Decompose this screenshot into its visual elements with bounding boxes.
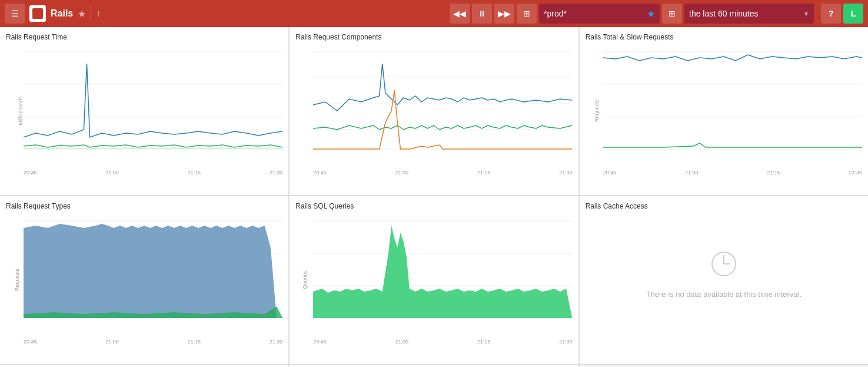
chart-svg-types: 400 200 0 — [24, 215, 282, 330]
help-button[interactable]: ? — [821, 4, 841, 24]
panel-total-slow: Rails Total & Slow Requests Requests 400… — [580, 27, 868, 195]
no-data-message: There is no data available at this time … — [646, 290, 802, 299]
panel-cache-title: Rails Cache Access — [586, 202, 862, 210]
svg-marker-30 — [24, 224, 282, 318]
pause-icon: ⏸ — [478, 9, 486, 18]
panel-sql-queries: Rails SQL Queries Queries 100 50 0 20:45… — [290, 196, 578, 364]
user-initial: L — [851, 9, 856, 18]
search-container: ★ — [539, 4, 660, 24]
chart-sql: Queries 100 50 0 20:45 21:00 21:15 21:30 — [295, 215, 572, 345]
panel-request-types-title: Rails Request Types — [6, 202, 282, 210]
divider — [91, 6, 91, 21]
chart-svg-sql: 100 50 0 — [313, 215, 572, 330]
time-container: ▼ — [684, 4, 814, 24]
pause-button[interactable]: ⏸ — [472, 4, 492, 24]
x-axis-sql: 20:45 21:00 21:15 21:30 — [313, 339, 572, 345]
grid-button[interactable]: ⊞ — [517, 4, 537, 24]
panel-request-time: Rails Request Time Milliseconds 50 25 0 — [0, 27, 288, 195]
calendar-icon: ⊞ — [669, 9, 676, 18]
navbar: ☰ Rails ★ ↑ ◀◀ ⏸ ▶▶ ⊞ ★ ⊞ ▼ — [0, 0, 868, 27]
chart-request-components: 7.5 5 2.5 0 20:45 21:00 21:15 21:30 — [295, 46, 572, 176]
chart-svg-components: 7.5 5 2.5 0 — [313, 46, 572, 161]
x-axis-components: 20:45 21:00 21:15 21:30 — [313, 170, 572, 176]
y-axis-label-sql: Queries — [302, 270, 308, 289]
panel-request-components-title: Rails Request Components — [295, 33, 572, 41]
share-icon[interactable]: ↑ — [96, 8, 101, 19]
chart-svg-total: 400 200 0 — [603, 46, 862, 161]
navbar-right: ? L — [821, 4, 863, 24]
forward-button[interactable]: ▶▶ — [494, 4, 514, 24]
menu-icon: ☰ — [11, 9, 19, 18]
panel-sql-title: Rails SQL Queries — [295, 202, 572, 210]
y-axis-label-request-time: Milliseconds — [18, 96, 24, 125]
x-axis-request-time: 20:45 21:00 21:15 21:30 — [24, 170, 282, 176]
chart-request-types: Requests 400 200 0 20:45 21:00 21:15 21:… — [6, 215, 282, 345]
app-logo — [29, 5, 46, 22]
search-input[interactable] — [544, 9, 647, 18]
panel-request-components: Rails Request Components 7.5 5 2.5 0 — [290, 27, 578, 195]
navbar-left: ☰ Rails ★ ↑ — [5, 4, 101, 24]
svg-marker-39 — [313, 226, 572, 318]
no-data-container: There is no data available at this time … — [586, 215, 862, 333]
dashboard: Rails Request Time Milliseconds 50 25 0 — [0, 27, 868, 367]
favorite-star-icon[interactable]: ★ — [78, 8, 86, 19]
rewind-icon: ◀◀ — [453, 9, 466, 18]
panel-request-time-title: Rails Request Time — [6, 33, 282, 41]
panel-total-slow-title: Rails Total & Slow Requests — [586, 33, 862, 41]
panel-cache-access: Rails Cache Access There is no data avai… — [580, 196, 868, 364]
x-axis-types: 20:45 21:00 21:15 21:30 — [24, 339, 282, 345]
calendar-button[interactable]: ⊞ — [662, 4, 682, 24]
rewind-button[interactable]: ◀◀ — [450, 4, 470, 24]
app-title: Rails — [51, 8, 73, 19]
chart-request-time: Milliseconds 50 25 0 20:45 21:0 — [6, 46, 282, 176]
x-axis-total: 20:45 21:00 21:15 21:30 — [603, 170, 862, 176]
chart-total-slow: Requests 400 200 0 20:45 21:00 21:15 21:… — [586, 46, 862, 176]
chart-svg-request-time: 50 25 0 — [24, 46, 282, 161]
no-data-clock-icon — [709, 249, 739, 284]
user-button[interactable]: L — [843, 4, 863, 24]
navbar-center: ◀◀ ⏸ ▶▶ ⊞ ★ ⊞ ▼ — [450, 4, 814, 24]
panel-request-types: Rails Request Types Requests 400 200 0 2… — [0, 196, 288, 364]
y-axis-label-types: Requests — [14, 269, 20, 291]
grid-icon: ⊞ — [523, 9, 530, 18]
help-icon: ? — [829, 9, 834, 18]
forward-icon: ▶▶ — [498, 9, 511, 18]
time-dropdown-icon: ▼ — [803, 11, 809, 17]
search-star-icon[interactable]: ★ — [647, 8, 655, 19]
menu-button[interactable]: ☰ — [5, 4, 25, 24]
app-logo-inner — [32, 8, 43, 19]
y-axis-label-total: Requests — [594, 100, 600, 122]
time-range-input[interactable] — [689, 9, 801, 18]
